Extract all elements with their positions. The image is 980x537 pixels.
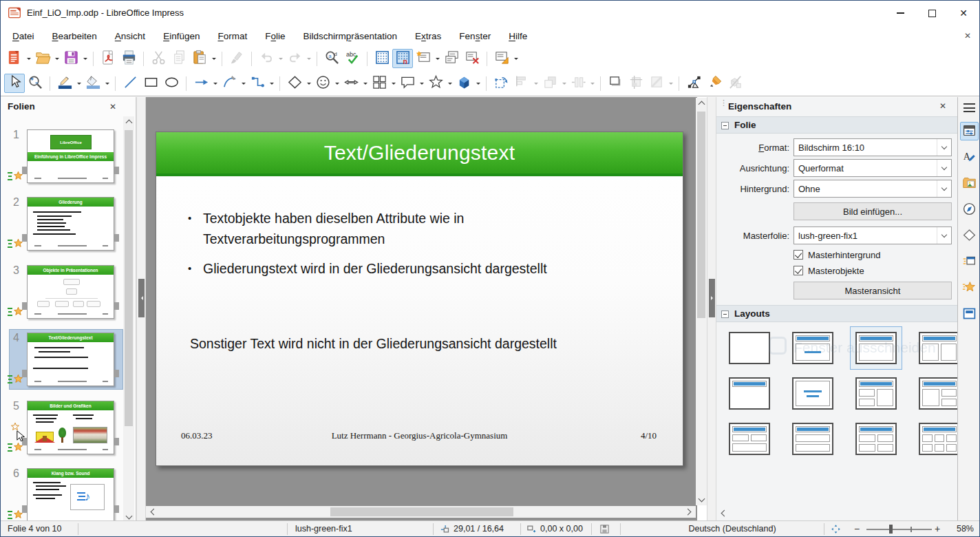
slide-transition-star-icon[interactable] (8, 509, 25, 520)
duplicate-slide-button[interactable] (441, 49, 462, 68)
snap-to-grid-button[interactable]: n (392, 49, 413, 68)
slide-thumbnail-row-3[interactable]: 3Objekte in Präsentationen (1, 264, 136, 330)
slide-thumbnail[interactable]: Gliederung (27, 197, 114, 251)
scrollbar-thumb[interactable] (697, 112, 705, 318)
new-slide-button[interactable] (413, 49, 434, 68)
sidebar-tab-gallery[interactable] (960, 174, 979, 193)
print-button[interactable] (118, 49, 139, 68)
lines-and-arrows-dropdown-icon[interactable] (211, 74, 219, 93)
slide-thumbnail-row-6[interactable]: 6Klang bzw. Sound♪ (1, 467, 136, 520)
master-background-checkbox[interactable]: Masterhintergrund (793, 249, 881, 261)
slide-thumbnail[interactable]: Text/Gliederungstext (27, 333, 114, 386)
slide-properties-dropdown-icon[interactable] (512, 49, 520, 68)
slide-bullet-list[interactable]: •Textobjekte haben dieselben Attribute w… (188, 208, 663, 288)
layout-option-1[interactable] (729, 332, 770, 364)
maximize-button[interactable] (916, 1, 948, 25)
slide-title-banner[interactable]: Text/Gliederungstext (156, 132, 683, 176)
slide-thumbnail[interactable]: LibreOfficeEinführung in LibreOffice Imp… (27, 129, 114, 183)
connectors-button[interactable] (247, 74, 268, 93)
layouts-section-header[interactable]: Layouts (716, 305, 957, 322)
layout-option-11[interactable] (855, 423, 897, 455)
layout-option-12[interactable] (919, 423, 960, 455)
open-button[interactable] (32, 49, 53, 68)
slide-thumbnail[interactable]: Klang bzw. Sound♪ (27, 468, 114, 520)
chevron-down-icon[interactable] (937, 139, 951, 156)
document-modified-icon[interactable] (599, 524, 610, 534)
menu-ansicht[interactable]: Ansicht (106, 28, 154, 44)
menu-extras[interactable]: Extras (406, 28, 450, 44)
basic-shapes-dropdown-icon[interactable] (305, 74, 312, 93)
slide-properties-button[interactable] (491, 49, 512, 68)
slide-thumbnail-row-5[interactable]: 5Bilder und Grafiken (1, 400, 136, 466)
sidebar-menu-icon[interactable] (963, 103, 975, 112)
status-object-size[interactable]: 0,00 x 0,00 (540, 524, 583, 534)
slide-thumbnail-row-4[interactable]: 4Text/Gliederungstext (1, 332, 136, 398)
ellipse-button[interactable] (161, 74, 182, 93)
sidebar-tab-master-slides[interactable] (960, 305, 979, 324)
sidebar-horizontal-scrollbar[interactable] (718, 507, 979, 519)
fit-slide-icon[interactable] (831, 524, 841, 534)
shadow-button[interactable] (605, 74, 626, 93)
scrollbar-thumb[interactable] (125, 130, 133, 426)
status-language[interactable]: Deutsch (Deutschland) (641, 524, 824, 534)
scroll-up-icon[interactable] (123, 116, 134, 127)
minimize-button[interactable] (884, 1, 916, 25)
master-objects-checkbox[interactable]: Masterobjekte (793, 264, 864, 277)
3d-objects-button[interactable] (454, 74, 474, 93)
status-zoom-level[interactable]: 58% (950, 524, 974, 534)
sidebar-grip-icon[interactable]: ⋮ (720, 101, 723, 112)
master-slide-select[interactable]: lush-green-fix1 (793, 227, 952, 244)
stars-and-banners-button[interactable] (425, 74, 446, 93)
sidebar-close-icon[interactable]: ✕ (938, 101, 948, 111)
sidebar-tab-animation[interactable] (960, 279, 979, 297)
fill-color-button[interactable] (83, 74, 103, 93)
collapse-icon[interactable] (721, 310, 729, 318)
slide-canvas[interactable]: Text/Gliederungstext •Textobjekte haben … (146, 97, 697, 520)
layout-option-8[interactable] (919, 377, 960, 410)
slide-thumbnail[interactable]: Objekte in Präsentationen (27, 265, 114, 319)
layout-option-2[interactable] (792, 332, 833, 364)
spelling-button[interactable]: abc (342, 49, 363, 68)
new-presentation-dropdown-icon[interactable] (25, 49, 32, 68)
menu-hilfe[interactable]: Hilfe (500, 28, 536, 44)
scroll-left-icon[interactable] (147, 506, 158, 517)
flowchart-button[interactable] (369, 74, 390, 93)
menu-datei[interactable]: Datei (3, 28, 43, 44)
menu-einfgen[interactable]: Einfügen (154, 28, 209, 44)
insert-image-button[interactable]: Bild einfügen... (793, 202, 952, 220)
canvas-horizontal-scrollbar[interactable] (146, 506, 696, 518)
sidebar-tab-styles[interactable]: A (960, 148, 979, 167)
new-slide-dropdown-icon[interactable] (434, 49, 441, 68)
slide-transition-star-icon[interactable] (8, 170, 25, 182)
zoom-slider-track[interactable] (866, 529, 932, 530)
3d-objects-dropdown-icon[interactable] (474, 74, 482, 93)
menu-bildschirmprsentation[interactable]: Bildschirmpräsentation (295, 28, 407, 44)
orientation-select[interactable]: Querformat (793, 159, 952, 177)
scroll-down-icon[interactable] (123, 512, 134, 520)
open-dropdown-icon[interactable] (53, 49, 61, 68)
status-slide-info[interactable]: Folie 4 von 10 (8, 524, 62, 534)
zoom-button[interactable] (25, 74, 45, 93)
sidebar-tab-slide-transition[interactable] (960, 253, 979, 271)
layout-option-6[interactable] (792, 377, 833, 410)
scroll-right-icon[interactable] (683, 506, 694, 517)
checkbox-checked-icon[interactable] (793, 266, 803, 275)
curves-and-polygons-button[interactable] (219, 74, 239, 93)
export-pdf-button[interactable] (98, 49, 118, 68)
save-button[interactable] (61, 49, 81, 68)
slide-extra-text[interactable]: Sonstiger Text wird nicht in der Glieder… (190, 336, 557, 352)
zoom-in-icon[interactable]: + (935, 523, 940, 534)
slide-thumbnail[interactable]: Bilder und Grafiken (27, 401, 114, 454)
chevron-down-icon[interactable] (937, 180, 951, 197)
close-document-icon[interactable]: ✕ (962, 30, 973, 41)
background-select[interactable]: Ohne (793, 180, 952, 198)
layout-option-3[interactable] (855, 332, 897, 364)
chevron-down-icon[interactable] (937, 160, 951, 176)
slide-section-header[interactable]: Folie (716, 116, 957, 134)
find-and-replace-button[interactable]: ad (321, 49, 342, 68)
sidebar-tab-navigator[interactable] (960, 200, 979, 219)
insert-line-button[interactable] (120, 74, 140, 93)
new-presentation-button[interactable] (4, 49, 25, 68)
symbol-shapes-dropdown-icon[interactable] (333, 74, 341, 93)
left-splitter[interactable] (136, 97, 146, 520)
